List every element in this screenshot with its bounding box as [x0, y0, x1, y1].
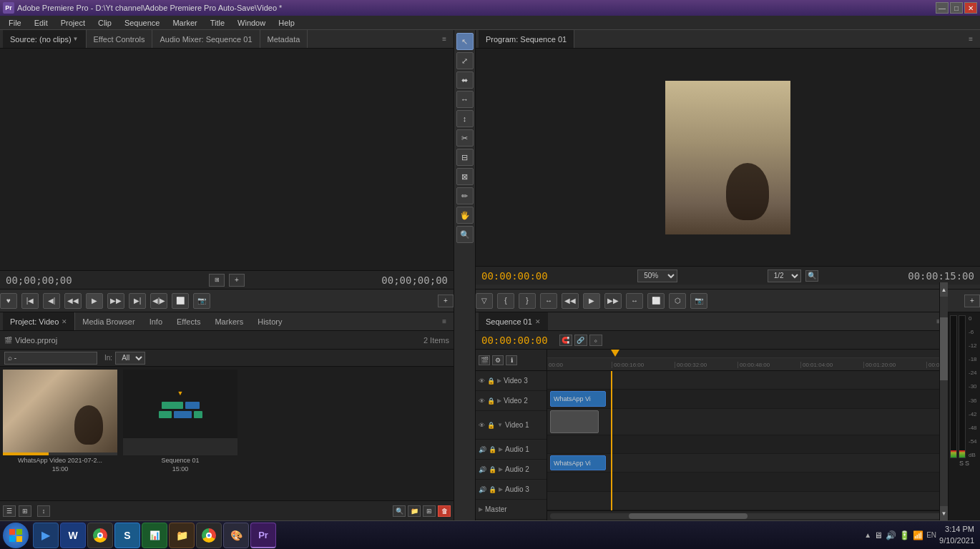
tab-sequence-01[interactable]: Sequence 01 ✕	[479, 312, 548, 330]
project-delete[interactable]: 🗑	[438, 505, 451, 517]
tool-pen[interactable]: ✏	[456, 187, 474, 204]
tool-hand[interactable]: 🖐	[456, 207, 474, 224]
program-play[interactable]: ▶	[583, 293, 600, 309]
taskbar-app-word[interactable]: W	[60, 523, 86, 548]
tab-effects[interactable]: Effects	[170, 312, 207, 330]
track-eye-video3[interactable]: 👁	[479, 377, 485, 385]
source-timecode-in[interactable]: 00;00;00;00	[6, 274, 72, 286]
track-lock-video1[interactable]: 🔒	[487, 422, 495, 429]
taskbar-app-excel[interactable]: 📊	[142, 523, 167, 548]
menu-window[interactable]: Window	[232, 17, 271, 29]
tray-network[interactable]: 🖥	[874, 530, 883, 540]
taskbar-app-chrome[interactable]	[87, 523, 113, 548]
tab-effect-controls[interactable]: Effect Controls	[87, 30, 153, 48]
clip-audio2-whatsapp[interactable]: WhatsApp Vi	[550, 455, 606, 470]
taskbar-app-paint[interactable]: 🎨	[223, 523, 249, 548]
menu-file[interactable]: File	[3, 17, 27, 29]
project-list-view[interactable]: ☰	[3, 505, 16, 517]
source-timecode-out[interactable]: 00;00;00;00	[381, 274, 448, 286]
program-extract[interactable]: ⬡	[669, 293, 686, 309]
search-input[interactable]	[4, 352, 97, 365]
source-camera[interactable]: 📷	[193, 293, 210, 309]
source-step-back[interactable]: ◀|	[43, 293, 60, 309]
close-button[interactable]: ✕	[964, 2, 977, 14]
track-eye-video1[interactable]: 👁	[479, 422, 485, 429]
program-timecode-in[interactable]: 00:00:00:00	[481, 270, 548, 282]
tool-rolling[interactable]: ↔	[456, 91, 474, 108]
clip-item-2[interactable]: ▼	[123, 370, 237, 498]
tool-track-select[interactable]: ⤢	[456, 52, 474, 69]
tray-volume[interactable]: 🔊	[886, 530, 896, 540]
source-add-btn[interactable]: +	[438, 295, 454, 307]
program-ff[interactable]: ▶▶	[604, 293, 622, 309]
taskbar-app-files[interactable]: 📁	[169, 523, 195, 548]
source-ff[interactable]: ▶▶	[107, 293, 124, 309]
source-insert[interactable]: ◀|▶	[150, 293, 167, 309]
timeline-vscroll[interactable]: ▲ ▼	[939, 312, 948, 520]
h-scroll-thumb[interactable]	[629, 513, 748, 519]
track-mute-audio3[interactable]: 🔊	[479, 486, 486, 493]
vscroll-thumb[interactable]	[940, 317, 948, 380]
source-play[interactable]: ▶	[86, 293, 103, 309]
track-expand-video1[interactable]: ▼	[497, 422, 503, 428]
menu-sequence[interactable]: Sequence	[119, 17, 166, 29]
menu-help[interactable]: Help	[273, 17, 300, 29]
in-select[interactable]: All	[115, 352, 145, 365]
track-expand-audio2[interactable]: ▶	[499, 466, 503, 473]
maximize-button[interactable]: □	[950, 2, 963, 14]
menu-title[interactable]: Title	[205, 17, 230, 29]
taskbar-app-chrome2[interactable]	[196, 523, 222, 548]
menu-clip[interactable]: Clip	[92, 17, 117, 29]
tab-metadata[interactable]: Metadata	[260, 30, 308, 48]
track-eye-video2[interactable]: 👁	[479, 397, 485, 405]
project-new-bin[interactable]: 📁	[408, 505, 421, 517]
track-mute-audio2[interactable]: 🔊	[479, 466, 486, 473]
vscroll-track[interactable]	[940, 312, 948, 506]
track-lock-video3[interactable]: 🔒	[487, 377, 495, 385]
program-lift[interactable]: ⬜	[647, 293, 665, 309]
source-go-in[interactable]: |◀	[21, 293, 39, 309]
tab-audio-mixer[interactable]: Audio Mixer: Sequence 01	[152, 30, 260, 48]
menu-project[interactable]: Project	[55, 17, 91, 29]
track-expand-audio3[interactable]: ▶	[499, 486, 503, 493]
tool-rate-stretch[interactable]: ↕	[456, 110, 474, 127]
clip-video2-whatsapp[interactable]: WhatsApp Vi	[550, 391, 606, 406]
zoom-select[interactable]: 50% 25% 75% 100%	[637, 269, 677, 282]
tool-ripple[interactable]: ⬌	[456, 71, 474, 89]
title-bar-controls[interactable]: — □ ✕	[936, 2, 977, 14]
timeline-scrollbar[interactable]	[547, 510, 948, 520]
tab-program[interactable]: Program: Sequence 01	[479, 30, 574, 48]
tray-battery[interactable]: 🔋	[899, 530, 910, 540]
seq-snap-btn[interactable]: 🧲	[559, 335, 572, 346]
tool-slip[interactable]: ⊟	[456, 149, 474, 166]
track-expand-audio1[interactable]: ▶	[499, 446, 503, 452]
taskbar-app-premiere[interactable]: Pr	[250, 523, 276, 548]
tab-project[interactable]: Project: Video ✕	[3, 312, 75, 330]
track-info-btn[interactable]: ℹ	[506, 355, 517, 365]
tray-wifi[interactable]: 📶	[913, 530, 923, 540]
start-button[interactable]	[3, 523, 29, 548]
program-go-in[interactable]: ↔	[540, 293, 557, 309]
program-set-in[interactable]: {	[497, 293, 514, 309]
taskbar-app-media-player[interactable]: ▶	[33, 523, 59, 548]
source-overwrite[interactable]: ⬜	[172, 293, 189, 309]
tool-razor[interactable]: ✂	[456, 129, 474, 147]
track-expand-master[interactable]: ▶	[479, 506, 483, 513]
track-expand-video3[interactable]: ▶	[497, 377, 501, 384]
track-mute-audio1[interactable]: 🔊	[479, 446, 486, 453]
project-new-item[interactable]: ⊞	[423, 505, 436, 517]
sequence-timecode[interactable]: 00:00:00:00	[481, 335, 548, 346]
project-grid-view[interactable]: ⊞	[19, 505, 31, 517]
project-panel-menu[interactable]: ≡	[438, 317, 451, 325]
clip-item-1[interactable]: WhatsApp Video 2021-07-2... 15:00	[3, 370, 117, 498]
tab-media-browser[interactable]: Media Browser	[75, 312, 142, 330]
tool-slide[interactable]: ⊠	[456, 168, 474, 185]
program-camera[interactable]: 📷	[690, 293, 707, 309]
clip-video1-gray[interactable]	[550, 410, 599, 433]
track-tools-btn[interactable]: 🎬	[479, 355, 490, 365]
h-scroll-track[interactable]	[550, 513, 945, 519]
track-expand-video2[interactable]: ▶	[497, 397, 501, 404]
program-playbar[interactable]	[476, 285, 980, 289]
source-zoom-btn[interactable]: +	[229, 274, 245, 287]
program-add-btn[interactable]: +	[964, 295, 980, 307]
